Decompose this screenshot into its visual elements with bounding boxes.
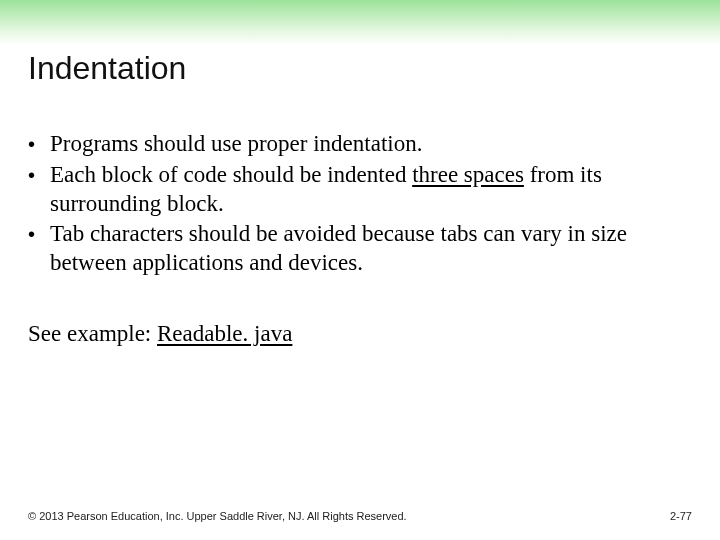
bullet-item: • Each block of code should be indented …	[28, 161, 668, 219]
bullet-text: Each block of code should be indented th…	[50, 161, 668, 219]
bullet-text-pre: Tab characters should be avoided because…	[50, 221, 627, 275]
bullet-text-underlined: three spaces	[412, 162, 524, 187]
bullet-text: Programs should use proper indentation.	[50, 130, 668, 159]
bullet-item: • Tab characters should be avoided becau…	[28, 220, 668, 278]
slide-title: Indentation	[28, 50, 186, 87]
slide-body: • Programs should use proper indentation…	[28, 130, 668, 349]
bullet-dot-icon: •	[28, 220, 50, 248]
bullet-dot-icon: •	[28, 161, 50, 189]
bullet-item: • Programs should use proper indentation…	[28, 130, 668, 159]
bullet-text-pre: Each block of code should be indented	[50, 162, 412, 187]
see-example-label: See example:	[28, 321, 157, 346]
bullet-text-pre: Programs should use proper indentation.	[50, 131, 422, 156]
page-number: 2-77	[670, 510, 692, 522]
bullet-dot-icon: •	[28, 130, 50, 158]
bullet-text: Tab characters should be avoided because…	[50, 220, 668, 278]
see-example-line: See example: Readable. java	[28, 320, 668, 349]
header-gradient	[0, 0, 720, 46]
footer-copyright: © 2013 Pearson Education, Inc. Upper Sad…	[28, 510, 407, 522]
example-link[interactable]: Readable. java	[157, 321, 292, 346]
